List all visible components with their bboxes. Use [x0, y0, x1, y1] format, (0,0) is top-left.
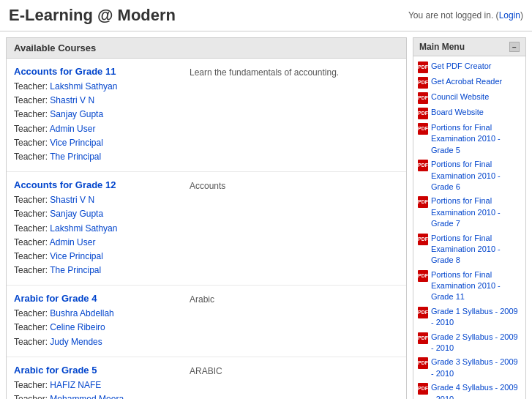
pdf-icon: PDF [418, 123, 428, 135]
pdf-icon: PDF [418, 61, 428, 73]
teacher-link[interactable]: Bushra Abdellah [50, 308, 113, 318]
sidebar-header: Main Menu − [413, 38, 525, 56]
course-description: Learn the fundamentals of accounting. [190, 66, 399, 164]
teacher-link[interactable]: Mohammed Meera [50, 394, 124, 399]
teacher-link[interactable]: Shastri V N [50, 195, 94, 205]
teacher-link[interactable]: Vice Principal [50, 138, 102, 148]
teacher-link[interactable]: Judy Mendes [50, 337, 102, 347]
teacher-link[interactable]: Shastri V N [50, 95, 94, 105]
site-title: E-Learning @ Modern [9, 6, 176, 25]
sidebar-item-syllabus-grade-3[interactable]: PDFGrade 3 Syllabus - 2009 - 2010 [413, 355, 525, 381]
pdf-icon: PDF [418, 160, 428, 171]
course-left: Arabic for Grade 5Teacher: HAFIZ NAFETea… [14, 365, 175, 399]
sidebar-item-label: Council Website [431, 92, 489, 102]
teacher-link[interactable]: Admin User [50, 124, 96, 134]
sidebar-items: PDFGet PDF CreatorPDFGet Acrobat ReaderP… [413, 56, 525, 399]
pdf-icon: PDF [418, 196, 428, 208]
teacher-link[interactable]: Sanjay Gupta [50, 109, 103, 119]
course-description: ARABIC [190, 365, 399, 399]
teacher-line: Teacher: Bushra Abdellah [14, 307, 175, 321]
course-left: Accounts for Grade 11Teacher: Lakshmi Sa… [14, 66, 175, 164]
pdf-icon: PDF [418, 77, 428, 89]
teacher-line: Teacher: Vice Principal [14, 136, 175, 150]
teacher-link[interactable]: Vice Principal [50, 251, 102, 261]
course-left: Arabic for Grade 4Teacher: Bushra Abdell… [14, 293, 175, 349]
main-layout: Available Courses Accounts for Grade 11T… [0, 31, 532, 399]
teacher-link[interactable]: The Principal [50, 152, 101, 162]
teacher-line: Teacher: The Principal [14, 150, 175, 164]
login-close: ) [520, 10, 523, 20]
sidebar-item-portions-grade-8[interactable]: PDFPortions for Final Examination 2010 -… [413, 231, 525, 268]
course-item: Arabic for Grade 5Teacher: HAFIZ NAFETea… [7, 357, 406, 399]
teacher-line: Teacher: Vice Principal [14, 250, 175, 264]
teacher-link[interactable]: The Principal [50, 265, 101, 275]
teacher-line: Teacher: Sanjay Gupta [14, 207, 175, 221]
sidebar-item-get-acrobat[interactable]: PDFGet Acrobat Reader [413, 75, 525, 90]
sidebar-item-label: Portions for Final Examination 2010 - Gr… [431, 122, 521, 156]
sidebar-item-syllabus-grade-2[interactable]: PDFGrade 2 Syllabus - 2009 - 2010 [413, 330, 525, 356]
sidebar-item-label: Grade 1 Syllabus - 2009 - 2010 [431, 306, 521, 329]
sidebar-title: Main Menu [419, 42, 465, 52]
teacher-line: Teacher: Admin User [14, 122, 175, 136]
course-item: Arabic for Grade 4Teacher: Bushra Abdell… [7, 286, 406, 357]
sidebar-item-label: Portions for Final Examination 2010 - Gr… [431, 269, 521, 303]
pdf-icon: PDF [418, 108, 428, 119]
course-title-link[interactable]: Arabic for Grade 5 [14, 365, 175, 376]
teacher-line: Teacher: Mohammed Meera [14, 392, 175, 399]
pdf-icon: PDF [418, 307, 428, 318]
teacher-line: Teacher: HAFIZ NAFE [14, 379, 175, 392]
teacher-line: Teacher: Lakshmi Sathyan [14, 80, 175, 94]
sidebar-item-portions-grade-6[interactable]: PDFPortions for Final Examination 2010 -… [413, 157, 525, 194]
content-area: Available Courses Accounts for Grade 11T… [6, 37, 407, 399]
pdf-icon: PDF [418, 92, 428, 104]
course-item: Accounts for Grade 12Teacher: Shastri V … [7, 172, 406, 286]
sidebar-item-council-website[interactable]: PDFCouncil Website [413, 90, 525, 105]
login-text: You are not logged in. ( [408, 10, 499, 20]
teacher-line: Teacher: Shastri V N [14, 94, 175, 108]
sidebar-item-portions-grade-11[interactable]: PDFPortions for Final Examination 2010 -… [413, 268, 525, 305]
course-left: Accounts for Grade 12Teacher: Shastri V … [14, 179, 175, 277]
course-item: Accounts for Grade 11Teacher: Lakshmi Sa… [7, 59, 406, 172]
course-title-link[interactable]: Accounts for Grade 11 [14, 66, 175, 77]
teacher-line: Teacher: Lakshmi Sathyan [14, 222, 175, 236]
teacher-line: Teacher: Shastri V N [14, 193, 175, 207]
sidebar-item-portions-grade-5[interactable]: PDFPortions for Final Examination 2010 -… [413, 121, 525, 157]
course-title-link[interactable]: Arabic for Grade 4 [14, 293, 175, 304]
sidebar-item-label: Portions for Final Examination 2010 - Gr… [431, 195, 521, 229]
teacher-line: Teacher: Admin User [14, 236, 175, 250]
pdf-icon: PDF [418, 234, 428, 245]
sidebar-item-get-pdf[interactable]: PDFGet PDF Creator [413, 59, 525, 75]
teacher-link[interactable]: Admin User [50, 237, 96, 247]
pdf-icon: PDF [418, 383, 428, 395]
teacher-link[interactable]: Sanjay Gupta [50, 209, 103, 219]
sidebar-item-label: Get Acrobat Reader [431, 76, 502, 87]
pdf-icon: PDF [418, 357, 428, 369]
teacher-link[interactable]: Lakshmi Sathyan [50, 223, 117, 234]
sidebar-item-label: Get PDF Creator [431, 61, 492, 72]
teacher-link[interactable]: Lakshmi Sathyan [50, 81, 117, 92]
sidebar-item-label: Portions for Final Examination 2010 - Gr… [431, 233, 521, 266]
course-description: Arabic [190, 293, 399, 349]
teacher-line: Teacher: Judy Mendes [14, 335, 175, 349]
login-status: You are not logged in. (Login) [408, 10, 523, 20]
teacher-link[interactable]: HAFIZ NAFE [50, 380, 101, 390]
sidebar-item-label: Grade 2 Syllabus - 2009 - 2010 [431, 332, 521, 354]
sidebar-collapse-button[interactable]: − [509, 42, 520, 52]
courses-list: Accounts for Grade 11Teacher: Lakshmi Sa… [7, 59, 406, 399]
sidebar-item-label: Portions for Final Examination 2010 - Gr… [431, 159, 521, 193]
login-link[interactable]: Login [499, 10, 520, 20]
sidebar-item-board-website[interactable]: PDFBoard Website [413, 105, 525, 121]
sidebar-item-portions-grade-7[interactable]: PDFPortions for Final Examination 2010 -… [413, 194, 525, 231]
pdf-icon: PDF [418, 332, 428, 344]
sidebar: Main Menu − PDFGet PDF CreatorPDFGet Acr… [413, 37, 526, 399]
sidebar-item-syllabus-grade-1[interactable]: PDFGrade 1 Syllabus - 2009 - 2010 [413, 305, 525, 330]
teacher-line: Teacher: Celine Ribeiro [14, 321, 175, 335]
sidebar-item-syllabus-grade-4[interactable]: PDFGrade 4 Syllabus - 2009 - 2010 [413, 381, 525, 399]
course-title-link[interactable]: Accounts for Grade 12 [14, 179, 175, 190]
sidebar-item-label: Grade 4 Syllabus - 2009 - 2010 [431, 382, 521, 399]
sidebar-item-label: Board Website [431, 107, 484, 118]
teacher-line: Teacher: The Principal [14, 264, 175, 277]
course-description: Accounts [190, 179, 399, 277]
teacher-link[interactable]: Celine Ribeiro [50, 322, 105, 332]
courses-header: Available Courses [7, 38, 406, 59]
